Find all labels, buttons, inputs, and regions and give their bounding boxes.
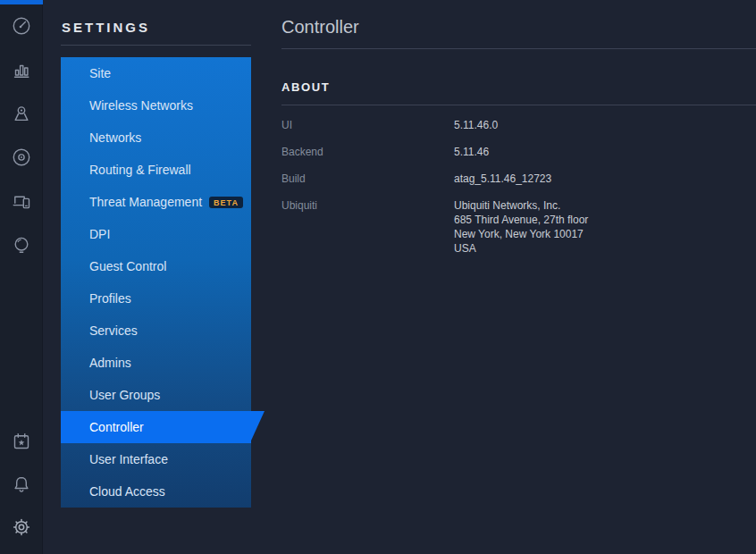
settings-gear-icon[interactable] [9,516,34,538]
about-row-label: Ubiquiti [281,200,454,257]
page-title: Controller [281,17,756,38]
sidebar-item-label: Cloud Access [89,484,165,499]
beta-badge: BETA [209,197,243,208]
rail-bottom-icons [9,431,34,554]
about-row-value: 5.11.46 [454,147,489,158]
about-row: UI5.11.46.0 [281,120,756,131]
sidebar-item-profiles[interactable]: Profiles [61,282,251,315]
sidebar-item-services[interactable]: Services [61,315,251,347]
devices-icon[interactable] [9,147,34,168]
rail-active-indicator [0,0,43,4]
about-divider [281,105,756,105]
sidebar-item-routing-firewall[interactable]: Routing & Firewall [61,154,251,186]
about-row-value: Ubiquiti Networks, Inc.685 Third Avenue,… [454,200,588,257]
sidebar-item-cloud-access[interactable]: Cloud Access [61,475,251,508]
sidebar-item-dpi[interactable]: DPI [61,218,251,250]
sidebar-item-label: User Groups [89,388,160,402]
sidebar-item-label: Admins [89,356,131,370]
title-divider [281,48,756,49]
sidebar-item-label: Routing & Firewall [89,163,191,177]
sidebar-item-label: DPI [89,227,110,241]
about-row-value: atag_5.11.46_12723 [454,173,551,185]
sidebar-item-threat-management[interactable]: Threat ManagementBETA [61,186,251,218]
about-rows: UI5.11.46.0Backend5.11.46Buildatag_5.11.… [281,120,756,257]
about-section-title: ABOUT [281,80,756,94]
about-row-label: UI [281,120,454,131]
sidebar-title: SETTINGS [61,20,268,35]
sidebar-item-label: Wireless Networks [89,98,193,113]
sidebar-item-site[interactable]: Site [61,57,251,89]
about-row-label: Backend [281,147,454,158]
sidebar-item-label: Threat Management [89,195,202,209]
alerts-bell-icon[interactable] [9,474,34,495]
clients-icon[interactable] [9,190,34,212]
settings-sidebar: SETTINGS SiteWireless NetworksNetworksRo… [43,0,268,554]
main-panel: Controller ABOUT UI5.11.46.0Backend5.11.… [268,0,756,554]
map-icon[interactable] [9,103,34,124]
events-calendar-icon[interactable] [9,431,34,452]
sidebar-item-label: Networks [89,130,141,145]
sidebar-item-label: Guest Control [89,259,166,273]
sidebar-item-controller[interactable]: Controller [61,411,251,443]
settings-menu: SiteWireless NetworksNetworksRouting & F… [61,57,251,508]
insights-icon[interactable] [9,234,34,256]
sidebar-item-user-interface[interactable]: User Interface [61,443,251,475]
about-row: Backend5.11.46 [281,147,756,158]
about-row: UbiquitiUbiquiti Networks, Inc.685 Third… [281,200,756,257]
about-row-label: Build [281,173,454,185]
sidebar-item-label: Services [89,323,138,338]
about-row-value: 5.11.46.0 [454,120,498,131]
sidebar-item-label: User Interface [89,452,168,466]
sidebar-item-label: Profiles [89,291,131,306]
sidebar-item-label: Site [89,66,111,80]
sidebar-item-wireless-networks[interactable]: Wireless Networks [61,89,251,122]
sidebar-divider [61,45,251,46]
sidebar-item-admins[interactable]: Admins [61,347,251,379]
statistics-icon[interactable] [9,59,34,80]
sidebar-item-user-groups[interactable]: User Groups [61,379,251,411]
sidebar-item-label: Controller [89,420,144,434]
dashboard-icon[interactable] [9,15,34,37]
icon-rail [0,0,43,554]
about-row: Buildatag_5.11.46_12723 [281,173,756,185]
sidebar-item-guest-control[interactable]: Guest Control [61,250,251,282]
sidebar-item-networks[interactable]: Networks [61,122,251,154]
rail-top-icons [9,0,34,256]
